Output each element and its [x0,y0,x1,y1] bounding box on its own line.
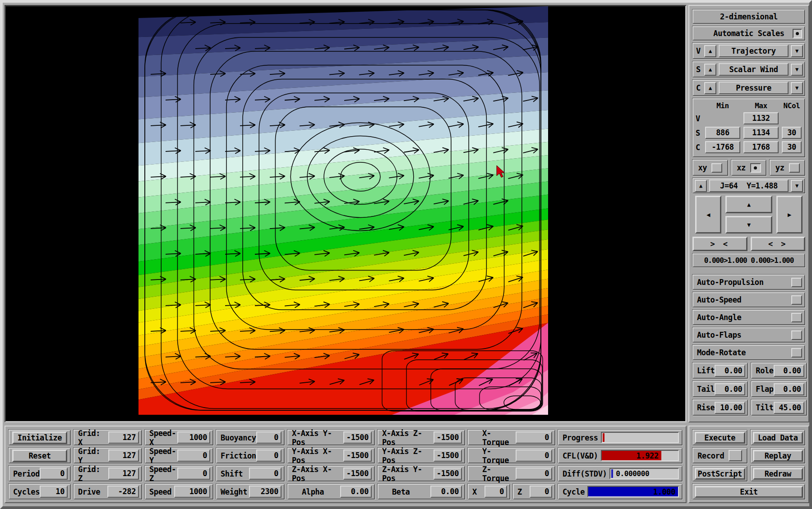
value-field[interactable]: -1500 [343,449,372,462]
value-field[interactable]: -1500 [434,431,462,444]
mode-display[interactable]: 2-dimensional [692,9,805,24]
value-field[interactable]: 0 [256,431,281,444]
plane-xy[interactable]: xy [692,160,728,176]
initialize-button[interactable]: Initialize [12,431,67,444]
plane-xz[interactable]: xz [731,160,767,176]
value-field[interactable]: 127 [108,431,139,444]
record-checkbox[interactable] [729,450,742,461]
replay-button[interactable]: Replay [753,450,803,462]
value-field[interactable]: -1500 [434,449,462,462]
slice-down-button[interactable]: ▼ [791,180,803,192]
role-field[interactable]: 0.00 [774,365,804,377]
lift-field[interactable]: 0.00 [715,365,745,377]
c-ncol-field[interactable]: 30 [782,141,802,153]
visualization-canvas[interactable] [5,5,687,422]
flap-field[interactable]: 0.00 [774,383,804,395]
toggle-auto-angle[interactable]: Auto-Angle [692,310,805,325]
value-field[interactable]: 127 [108,449,139,462]
value-field[interactable]: 0.00 [340,486,372,498]
mode-rotate-checkbox[interactable] [791,348,802,358]
plane-yz-checkbox[interactable] [789,163,800,173]
value-field[interactable]: 0 [516,468,552,480]
slice-up-button[interactable]: ▲ [695,180,707,192]
load-data-button[interactable]: Load Data [753,432,803,444]
value-field[interactable]: 0 [177,449,210,462]
value-field[interactable]: 127 [108,468,139,480]
contour-dropdown-button[interactable]: ▼ [791,82,803,94]
s-ncol-field[interactable]: 30 [782,127,802,139]
zoom-out-button[interactable]: < > [751,237,806,251]
value-field[interactable]: 0.00 [430,486,462,498]
value-field[interactable]: 1000 [174,486,210,498]
plane-xy-checkbox[interactable] [711,163,722,173]
automatic-scales-checkbox[interactable] [793,29,802,38]
value-field[interactable]: 0 [40,468,68,480]
toggle-auto-speed[interactable]: Auto-Speed [692,292,805,307]
auto-propulsion-checkbox[interactable] [791,278,802,287]
contour-field[interactable]: Pressure [719,82,789,94]
reset-button[interactable]: Reset [12,449,67,462]
trajectory-up-button[interactable]: ▲ [704,45,716,57]
plane-xz-checkbox[interactable] [750,163,761,173]
s-min-field[interactable]: 886 [705,127,740,139]
toggle-label: Mode-Rotate [697,348,746,357]
value-field[interactable]: 0 [516,431,552,444]
auto-flaps-checkbox[interactable] [791,330,802,340]
pan-up-button[interactable]: ▲ [725,196,772,213]
trajectory-field[interactable]: Trajectory [719,45,789,57]
slice-field[interactable]: J=64 Y=1.488 [709,179,789,192]
value-field[interactable]: 0 [256,449,281,462]
c-max-field[interactable]: 1768 [743,141,779,153]
table-row-c: C -1768 1768 30 [696,141,802,153]
plane-yz[interactable]: yz [770,160,805,176]
s-max-field[interactable]: 1134 [743,127,779,139]
automatic-scales-row[interactable]: Automatic Scales [692,26,805,41]
bar-text: 0.000000 [616,469,649,478]
v-max-field[interactable]: 1132 [743,112,779,124]
value-field[interactable]: 2300 [249,486,281,498]
value-field[interactable]: -1500 [343,468,372,480]
toggle-mode-rotate[interactable]: Mode-Rotate [692,345,805,360]
plane-yz-label: yz [775,163,784,172]
rise-field[interactable]: 10.00 [715,402,745,414]
pan-left-button[interactable]: ◀ [695,196,721,234]
value-field[interactable]: 10 [40,486,68,498]
auto-angle-checkbox[interactable] [791,313,802,322]
exit-button[interactable]: Exit [695,486,803,498]
scalar-up-button[interactable]: ▲ [704,64,716,76]
value-field[interactable]: -282 [107,486,139,498]
tilt-field[interactable]: 45.00 [774,402,804,414]
scalar-dropdown-button[interactable]: ▼ [791,64,803,76]
flow-field-plot[interactable] [138,6,548,417]
rise-control: Rise 10.00 [692,399,748,416]
pan-down-button[interactable]: ▼ [725,216,772,234]
postscript-button[interactable]: PostScript [695,468,745,480]
c-min-field[interactable]: -1768 [705,141,740,153]
status-label: Cycle [559,487,585,496]
tail-field[interactable]: 0.00 [715,383,745,395]
value-field[interactable]: 0 [516,449,552,462]
value-field[interactable]: 1000 [177,431,210,444]
zoom-in-button[interactable]: > < [692,237,747,251]
trajectory-dropdown-button[interactable]: ▼ [791,45,803,57]
toggle-auto-flaps[interactable]: Auto-Flaps [692,327,805,343]
value-field[interactable]: 0 [177,468,210,480]
execute-button[interactable]: Execute [695,432,745,444]
contour-up-button[interactable]: ▲ [704,82,716,94]
x-field[interactable]: 0 [484,486,507,498]
cfl-v-d--control: CFL(V&D)1.922 [558,448,683,463]
value-field[interactable]: -1500 [434,468,462,480]
speed-x-control: Speed-X1000 [145,430,213,445]
field-label: Speed [146,487,171,496]
redraw-button[interactable]: Redraw [753,468,803,480]
auto-speed-checkbox[interactable] [791,295,802,305]
toggle-auto-propulsion[interactable]: Auto-Propulsion [692,275,805,290]
pan-right-button[interactable]: ▶ [776,196,803,234]
record-cell[interactable]: Record [692,448,747,463]
up-arrow-icon: ▲ [747,201,750,208]
scalar-field[interactable]: Scalar Wind [719,63,789,76]
value-field[interactable]: 0 [249,468,281,480]
progress-bar [601,432,679,443]
z-field[interactable]: 0 [530,486,552,498]
value-field[interactable]: -1500 [343,431,372,444]
